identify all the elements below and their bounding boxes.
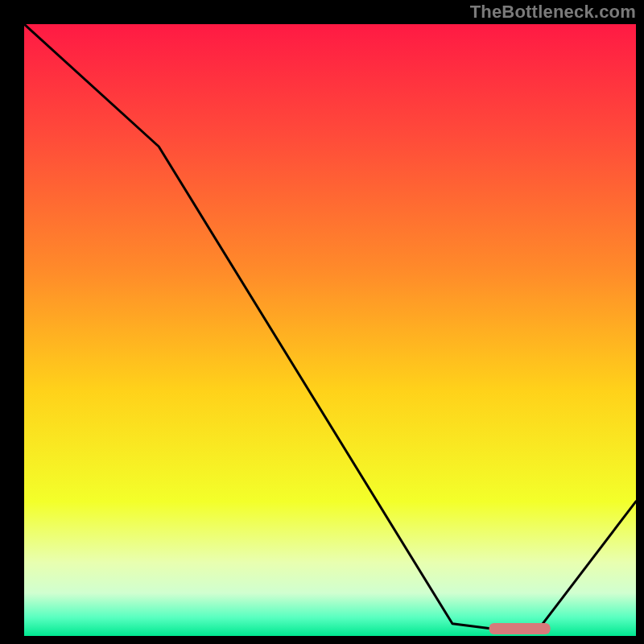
chart-frame: TheBottleneck.com [0, 0, 644, 644]
watermark-text: TheBottleneck.com [470, 2, 636, 23]
plot-area [24, 24, 636, 636]
optimal-range-marker [489, 623, 551, 634]
gradient-background [24, 24, 636, 636]
bottleneck-chart [24, 24, 636, 636]
